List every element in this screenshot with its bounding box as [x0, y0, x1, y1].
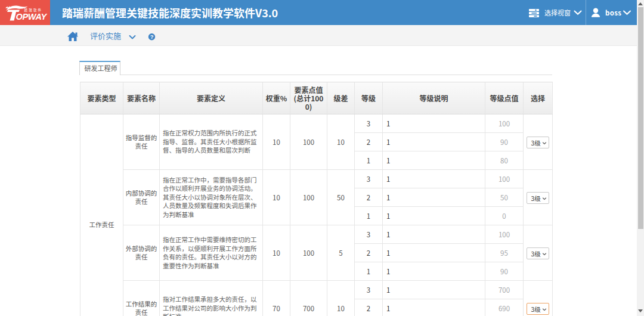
svg-text:踏瑞软件: 踏瑞软件 — [24, 8, 43, 13]
svg-text:OPWAY: OPWAY — [16, 12, 48, 21]
svg-text:?: ? — [150, 33, 154, 40]
